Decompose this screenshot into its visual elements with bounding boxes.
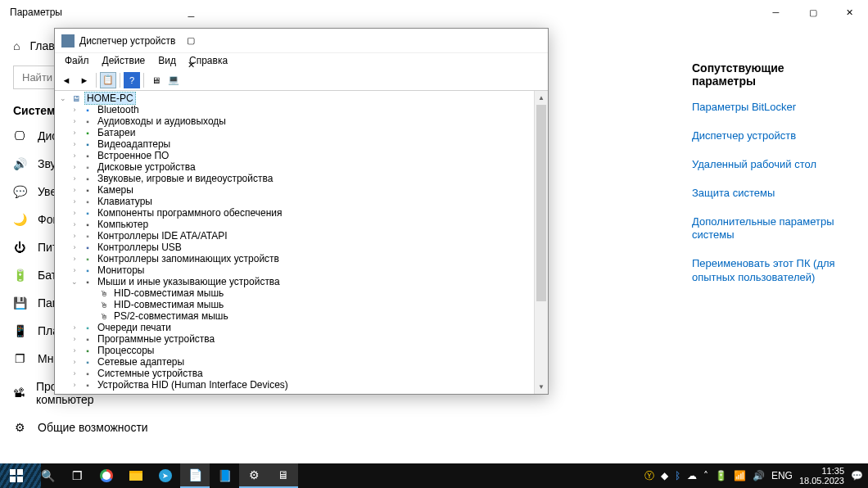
expander-icon[interactable]: › <box>70 140 79 148</box>
tree-item[interactable]: ›▪Мониторы <box>55 264 534 276</box>
calculator-icon[interactable]: 📘 <box>210 463 239 488</box>
expander-icon[interactable]: › <box>70 220 79 228</box>
chrome-icon[interactable] <box>92 463 121 488</box>
expander-icon[interactable]: › <box>70 346 79 355</box>
tree-item[interactable]: ›▪Видеоадаптеры <box>55 138 534 150</box>
explorer-icon[interactable] <box>121 463 151 488</box>
volume-icon[interactable]: 🔊 <box>753 470 765 481</box>
tree-item[interactable]: ›▪Камеры <box>55 184 534 196</box>
tree-item[interactable]: ›▪Программные устройства <box>55 333 534 345</box>
tree-item[interactable]: ⌄🖥HOME-PC <box>55 93 534 104</box>
show-hidden-button[interactable]: 📋 <box>100 72 116 88</box>
device-label: Аудиовходы и аудиовыходы <box>96 115 228 127</box>
related-link-0[interactable]: Параметры BitLocker <box>692 101 843 115</box>
minimize-button[interactable]: ─ <box>757 0 794 25</box>
tree-item[interactable]: ›▪Батареи <box>55 127 534 138</box>
related-link-2[interactable]: Удаленный рабочий стол <box>692 158 843 172</box>
expander-icon[interactable]: › <box>70 358 79 366</box>
start-button[interactable] <box>0 463 33 488</box>
scroll-up-icon[interactable]: ▲ <box>535 91 548 105</box>
expander-icon[interactable]: › <box>70 266 79 274</box>
tree-item[interactable]: ›▪Процессоры <box>55 345 534 356</box>
tree-item[interactable]: ›▪Контроллеры запоминающих устройств <box>55 253 534 264</box>
expander-icon[interactable]: › <box>70 232 79 240</box>
expander-icon[interactable]: › <box>70 255 79 263</box>
related-link-5[interactable]: Переименовать этот ПК (для опытных польз… <box>692 257 843 285</box>
properties-button[interactable]: 💻 <box>165 72 182 88</box>
expander-icon[interactable]: › <box>70 129 79 137</box>
telegram-icon[interactable]: ➤ <box>151 463 180 488</box>
search-icon[interactable]: 🔍 <box>33 463 62 488</box>
scan-button[interactable]: 🖥 <box>147 72 164 88</box>
help-button[interactable]: ? <box>124 72 140 88</box>
devmgr-task-icon[interactable]: 🖥 <box>269 463 298 488</box>
notifications-icon[interactable]: 💬 <box>851 470 863 481</box>
chevron-up-icon[interactable]: ˄ <box>703 470 708 481</box>
menu-действие[interactable]: Действие <box>97 55 151 68</box>
close-button[interactable]: ✕ <box>831 0 868 25</box>
scrollbar[interactable]: ▲ ▼ <box>534 91 548 394</box>
expander-icon[interactable]: › <box>70 209 79 217</box>
related-link-1[interactable]: Диспетчер устройств <box>692 129 843 143</box>
expander-icon[interactable]: › <box>70 186 79 194</box>
expander-icon[interactable]: › <box>70 369 79 377</box>
yandex-icon[interactable]: Ⓨ <box>644 469 654 483</box>
clock[interactable]: 11:35 18.05.2023 <box>799 466 844 486</box>
expander-icon[interactable]: › <box>70 163 79 171</box>
device-tree[interactable]: ⌄🖥HOME-PC›▪Bluetooth›▪Аудиовходы и аудио… <box>55 91 534 394</box>
menu-вид[interactable]: Вид <box>153 55 181 68</box>
tree-item[interactable]: ›▪Компьютер <box>55 219 534 230</box>
tray-icon1[interactable]: ◆ <box>661 470 668 481</box>
expander-icon[interactable]: › <box>70 243 79 251</box>
tree-item[interactable]: ›▪Сетевые адаптеры <box>55 356 534 368</box>
minimize-button[interactable]: ─ <box>175 4 206 29</box>
maximize-button[interactable]: ▢ <box>794 0 831 25</box>
menu-файл[interactable]: Файл <box>60 55 94 68</box>
battery-icon[interactable]: 🔋 <box>715 470 727 481</box>
tree-item[interactable]: ›▪Устройства HID (Human Interface Device… <box>55 379 534 391</box>
expander-icon[interactable]: › <box>70 197 79 206</box>
expander-icon[interactable]: ⌄ <box>70 278 79 286</box>
related-link-3[interactable]: Защита системы <box>692 187 843 201</box>
expander-icon[interactable]: › <box>70 151 79 160</box>
tree-item[interactable]: ›▪Контроллеры IDE ATA/ATAPI <box>55 230 534 242</box>
expander-icon[interactable]: › <box>70 381 79 389</box>
tree-item[interactable]: 🖱HID-совместимая мышь <box>55 287 534 299</box>
back-button[interactable]: ◄ <box>58 72 75 88</box>
device-label: Системные устройства <box>96 368 205 379</box>
devmgr-titlebar[interactable]: Диспетчер устройств ─ ▢ ✕ <box>55 29 548 53</box>
nav-item-10[interactable]: ⚙Общие возможности <box>0 413 205 441</box>
tree-item[interactable]: ›▪Дисковые устройства <box>55 161 534 173</box>
tree-item[interactable]: ⌄▪Мыши и иные указывающие устройства <box>55 276 534 287</box>
onedrive-icon[interactable]: ☁ <box>687 470 697 481</box>
expander-icon[interactable]: › <box>70 335 79 343</box>
expander-icon[interactable]: › <box>70 117 79 125</box>
tree-item[interactable]: ›▪Очереди печати <box>55 322 534 333</box>
language-indicator[interactable]: ENG <box>771 470 793 481</box>
scroll-thumb[interactable] <box>536 105 546 301</box>
tree-item[interactable]: ›▪Bluetooth <box>55 104 534 115</box>
scroll-down-icon[interactable]: ▼ <box>535 380 548 394</box>
bluetooth-icon[interactable]: ᛒ <box>675 470 680 481</box>
tree-item[interactable]: ›▪Встроенное ПО <box>55 150 534 161</box>
related-link-4[interactable]: Дополнительные параметры системы <box>692 215 843 243</box>
expander-icon[interactable]: › <box>70 106 79 114</box>
tree-item[interactable]: 🖱PS/2-совместимая мышь <box>55 310 534 322</box>
tree-item[interactable]: ›▪Компоненты программного обеспечения <box>55 207 534 219</box>
tree-item[interactable]: ›▪Контроллеры USB <box>55 242 534 253</box>
settings-task-icon[interactable]: ⚙ <box>239 463 269 488</box>
tree-item[interactable]: ›▪Системные устройства <box>55 368 534 379</box>
tree-item[interactable]: ›▪Клавиатуры <box>55 196 534 207</box>
task-view-icon[interactable]: ❐ <box>62 463 92 488</box>
tree-item[interactable]: ›▪Аудиовходы и аудиовыходы <box>55 115 534 127</box>
tree-item[interactable]: 🖱HID-совместимая мышь <box>55 299 534 310</box>
maximize-button[interactable]: ▢ <box>175 29 206 53</box>
tree-item[interactable]: ›▪Звуковые, игровые и видеоустройства <box>55 173 534 184</box>
expander-icon[interactable]: › <box>70 174 79 183</box>
menu-справка[interactable]: Справка <box>184 55 233 68</box>
notepad-icon[interactable]: 📄 <box>180 463 210 488</box>
expander-icon[interactable]: ⌄ <box>58 94 68 102</box>
wifi-icon[interactable]: 📶 <box>734 470 746 481</box>
forward-button[interactable]: ► <box>76 72 93 88</box>
expander-icon[interactable]: › <box>70 323 79 332</box>
